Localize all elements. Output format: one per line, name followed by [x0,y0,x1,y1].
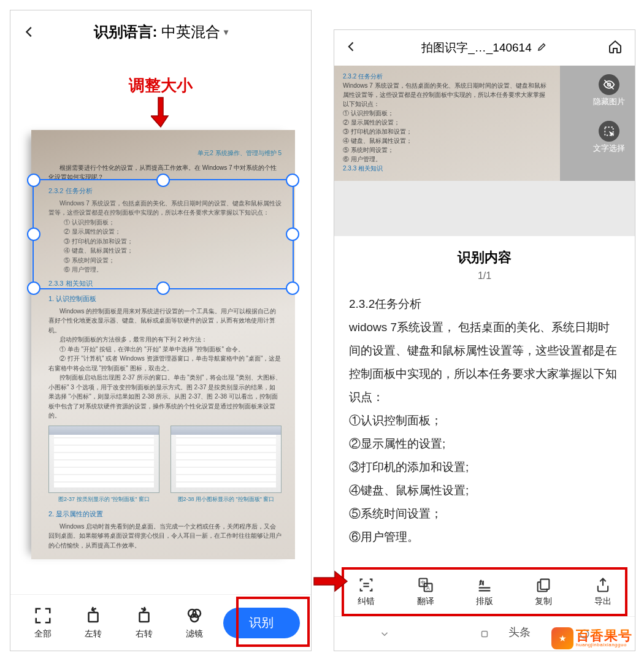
text-line: ③打印机的添加和设置; [349,456,620,479]
preview-side-buttons: 隐藏图片 文字选择 [593,74,625,154]
layout-label: 排版 [476,596,493,607]
resize-annotation: 调整大小 [129,75,193,96]
nav-back-icon[interactable] [377,627,392,641]
svg-text:A: A [426,586,430,591]
recognized-text-body[interactable]: 2.3.2任务分析 widows 7系统设置， 包括桌面的美化、系统日期时间的设… [349,292,620,549]
svg-rect-1 [139,613,148,622]
crop-handle-mr[interactable] [286,227,299,241]
language-label: 识别语言: [94,22,158,42]
translate-button[interactable]: 中A 翻译 [396,576,454,607]
figure-2-38 [171,426,282,493]
brand-logo-icon [551,627,573,649]
left-phone-frame: 识别语言: 中英混合 ▾ 调整大小 单元2 系统操作、管理与维护 5 根据需要进… [10,10,312,651]
arrow-down-icon [151,96,171,134]
language-value: 中英混合 [161,22,220,42]
text-line: ②显示属性的设置; [349,432,620,456]
eye-off-icon [599,74,619,95]
select-all-label: 全部 [34,629,52,640]
layout-button[interactable]: A 排版 [455,576,514,607]
select-all-button[interactable]: 全部 [19,606,67,640]
svg-text:A: A [479,579,484,587]
back-button[interactable] [23,21,36,44]
translate-label: 翻译 [417,596,434,607]
correct-label: 纠错 [358,596,375,607]
section-divider [334,181,635,236]
rotate-right-button[interactable]: 右转 [120,606,167,640]
recognize-button[interactable]: 识别 [223,608,300,638]
figure-2-37 [48,426,159,493]
chevron-down-icon: ▾ [224,27,228,37]
crop-box[interactable] [33,179,294,289]
nav-home-icon[interactable] [477,627,492,641]
brand-pinyin: huangjinbaixiangguo [576,643,632,648]
preview-image[interactable]: 2.3.2 任务分析 Windows 7 系统设置，包括桌面的美化、系统日期时间… [334,66,635,181]
recognized-content: 识别内容 1/1 2.3.2任务分析 widows 7系统设置， 包括桌面的美化… [334,236,635,549]
page-indicator: 1/1 [349,270,620,281]
export-button[interactable]: 导出 [573,576,632,607]
right-toolbar: 纠错 中A 翻译 A 排版 复制 导出 [334,570,635,614]
text-select-label: 文字选择 [593,143,625,154]
copy-label: 复制 [535,596,552,607]
crop-handle-tr[interactable] [286,174,299,187]
left-header: 识别语言: 中英混合 ▾ [10,10,311,53]
text-line: 2.3.2任务分析 [349,292,620,316]
watermark-brand: 百香果号 huangjinbaixiangguo [551,627,632,649]
nav-text-partial: 头条 [508,625,531,640]
back-button[interactable] [345,39,361,56]
text-line: ⑥用户管理。 [349,525,620,549]
text-select-button[interactable]: 文字选择 [593,121,625,154]
svg-rect-14 [481,631,487,636]
crop-handle-bl[interactable] [27,281,40,295]
preview-text: 2.3.2 任务分析 Windows 7 系统设置，包括桌面的美化、系统日期时间… [334,66,560,181]
rotate-left-button[interactable]: 左转 [69,606,117,640]
title-text: 拍图识字_…_140614 [421,40,532,56]
system-nav-bar: 头条 百香果号 huangjinbaixiangguo [334,616,635,651]
rotate-right-label: 右转 [136,629,153,640]
right-header: 拍图识字_…_140614 [334,30,635,66]
arrow-right-icon [313,570,348,595]
hide-image-button[interactable]: 隐藏图片 [593,74,625,107]
crop-handle-ml[interactable] [27,227,40,241]
export-label: 导出 [594,596,611,607]
svg-text:中: 中 [421,580,426,586]
filter-button[interactable]: 滤镜 [171,606,218,640]
rotate-left-label: 左转 [85,629,102,640]
text-line: ④键盘、鼠标属性设置; [349,479,620,502]
left-toolbar: 全部 左转 右转 滤镜 识别 [10,594,311,651]
filter-label: 滤镜 [186,629,203,640]
text-line: widows 7系统设置， 包括桌面的美化、系统日期时间的设置、键盘和鼠标属性设… [349,316,620,409]
crop-handle-tl[interactable] [27,174,40,187]
text-select-icon [599,121,619,142]
crop-handle-bm[interactable] [156,281,170,295]
text-line: ①认识控制面板； [349,409,620,432]
edit-title-icon[interactable] [537,41,548,55]
crop-handle-tm[interactable] [156,174,170,187]
brand-name: 百香果号 [576,629,632,643]
hide-image-label: 隐藏图片 [593,96,625,107]
svg-rect-0 [89,613,98,622]
svg-rect-13 [541,579,550,589]
document-title[interactable]: 拍图识字_…_140614 [367,40,602,56]
language-selector[interactable]: 识别语言: 中英混合 ▾ [36,22,285,42]
right-phone-frame: 拍图识字_…_140614 2.3.2 任务分析 Windows 7 系统设置，… [334,29,635,651]
copy-button[interactable]: 复制 [514,576,573,607]
recognize-label: 识别 [249,614,274,631]
content-title: 识别内容 [349,248,620,267]
home-button[interactable] [608,39,624,56]
svg-point-4 [191,614,199,622]
crop-handle-br[interactable] [286,281,299,295]
text-line: ⑤系统时间设置； [349,502,620,525]
